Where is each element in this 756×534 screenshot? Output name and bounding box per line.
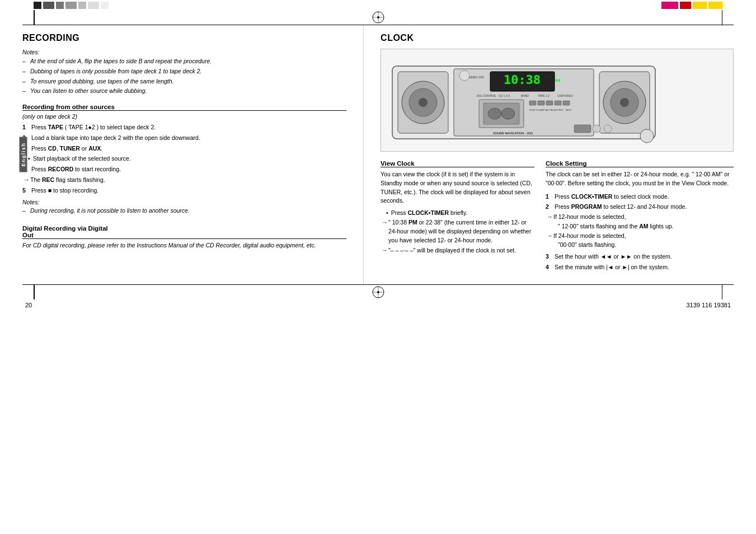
footer: 20 3139 116 19381 — [0, 299, 756, 313]
clock-title: CLOCK — [381, 33, 734, 43]
svg-text:JOG CONTROL: JOG CONTROL — [476, 94, 496, 97]
step-text-4: Press RECORD to start recording. — [31, 165, 121, 174]
clock-arrow-2a-text: If 12-hour mode is selected, — [553, 213, 626, 220]
view-clock-arrow-2: → "– – –·– –" will be displayed if the c… — [381, 246, 534, 255]
svg-point-27 — [501, 108, 515, 119]
svg-text:TAPE 1·2: TAPE 1·2 — [538, 94, 550, 97]
clock-step-num-4: 4 — [546, 263, 555, 272]
step-num-1: 1 — [22, 123, 31, 132]
bullet-icon-clock: • — [386, 209, 388, 216]
arrow-icon-2a: → — [547, 213, 553, 222]
vline-right-top — [722, 10, 723, 25]
step-text-1: Press TAPE ( TAPE 1●2 ) to select tape d… — [31, 123, 156, 132]
step-4: 4 Press RECORD to start recording. — [22, 165, 346, 174]
color-block-r2 — [680, 2, 691, 9]
color-block-r4 — [708, 2, 722, 9]
arrow-icon-2b: → — [547, 232, 553, 241]
note-item: At the end of side A, flip the tapes to … — [22, 57, 346, 66]
step-3-bullet: • Start playback of the selected source. — [22, 154, 346, 163]
recording-other-subnote: (only on tape deck 2) — [22, 113, 346, 120]
clock-step-num-3: 3 — [546, 252, 555, 261]
svg-text:NEXT: NEXT — [566, 109, 572, 111]
clock-arrow-2b-indent-text: "00·00" starts flashing. — [558, 241, 616, 248]
clock-step-text-3: Set the hour with ◄◄ or ►► on the system… — [555, 252, 672, 261]
clock-sections: View Clock You can view the clock (if it… — [381, 160, 734, 273]
step-text-3: Press CD, TUNER or AUX. — [31, 144, 102, 153]
compass-bottom — [372, 286, 384, 299]
step-3-bullet-text: Start playback of the selected source. — [33, 154, 131, 163]
notes-label: Notes: — [22, 49, 346, 55]
vline-left-top — [34, 10, 35, 25]
recording-section: RECORDING Notes: At the end of side A, f… — [22, 25, 364, 284]
page-code: 3139 116 19381 — [686, 302, 731, 308]
svg-rect-18 — [459, 71, 469, 81]
view-clock-bullet: • Press CLOCK•TIMER briefly. — [381, 209, 534, 216]
view-clock-divider: View Clock — [381, 160, 534, 167]
svg-point-26 — [488, 108, 501, 119]
svg-point-40 — [593, 125, 600, 133]
view-clock-title: View Clock — [381, 160, 415, 167]
page-number: 20 — [25, 302, 32, 308]
view-clock-arrow-2-text: "– – –·– –" will be displayed if the clo… — [388, 247, 516, 254]
clock-setting-intro: The clock can be set in either 12- or 24… — [546, 170, 734, 188]
svg-text:CD 1·2·3: CD 1·2·3 — [499, 94, 510, 97]
bullet-icon-3: • — [28, 154, 30, 163]
digital-recording-divider: Digital Recording via DigitalOut — [22, 225, 346, 239]
note-during-text: During recording, it is not possible to … — [30, 207, 190, 214]
clock-step-4: 4 Set the minute with |◄ or ►| on the sy… — [546, 263, 734, 272]
step-2: 2 Load a blank tape into tape deck 2 wit… — [22, 133, 346, 143]
clock-step-text-4: Set the minute with |◄ or ►| on the syst… — [555, 263, 669, 272]
svg-text:AM: AM — [555, 78, 561, 82]
page: English RECORDING Notes: At the end of s… — [0, 0, 756, 534]
clock-step-num-2: 2 — [546, 202, 555, 212]
svg-rect-29 — [538, 101, 544, 105]
view-clock-text: You can view the clock (if it is set) if… — [381, 170, 534, 205]
clock-setting-divider: Clock Setting — [546, 160, 734, 167]
svg-rect-30 — [546, 101, 553, 105]
clock-step-2: 2 Press PROGRAM to select 12- and 24-hou… — [546, 202, 734, 212]
step-num-5: 5 — [22, 186, 31, 195]
color-block-4 — [65, 2, 77, 9]
color-block-5 — [78, 2, 86, 9]
color-block-6 — [88, 2, 99, 9]
recording-other-title: Recording from other sources — [22, 104, 115, 110]
step-4-arrow-text: The REC flag starts flashing. — [30, 175, 105, 185]
svg-text:PREV: PREV — [557, 109, 564, 111]
clock-step-num-1: 1 — [546, 192, 555, 202]
svg-point-8 — [419, 98, 428, 107]
color-block-r1 — [661, 2, 678, 9]
svg-rect-28 — [529, 101, 536, 105]
view-clock-subsection: View Clock You can view the clock (if it… — [381, 160, 534, 273]
svg-point-38 — [640, 129, 654, 143]
clock-step-text-2: Press PROGRAM to select 12- and 24-hour … — [555, 202, 687, 212]
recording-other-divider: Recording from other sources — [22, 104, 346, 111]
boombox-svg: 10:38 AM STANDBY·ON JOG CONTROL CD 1·2·3… — [389, 55, 658, 144]
note-item: To ensure good dubbing, use tapes of the… — [22, 77, 346, 86]
compass-top — [372, 11, 384, 25]
color-block-7 — [101, 2, 109, 9]
boombox-image: 10:38 AM STANDBY·ON JOG CONTROL CD 1·2·3… — [381, 49, 734, 152]
view-clock-bullet-text: Press CLOCK•TIMER briefly. — [391, 209, 468, 216]
notes-2-label: Notes: — [22, 199, 346, 205]
clock-step-text-1: Press CLOCK•TIMER to select clock mode. — [555, 192, 669, 202]
clock-arrow-2a-indent-text: " 12·00" starts flashing and the AM ligh… — [558, 223, 674, 229]
clock-setting-subsection: Clock Setting The clock can be set in ei… — [546, 160, 734, 273]
svg-text:STOP·CLEAR: STOP·CLEAR — [529, 109, 543, 111]
notes-list: At the end of side A, flip the tapes to … — [22, 57, 346, 96]
arrow-icon-2: → — [382, 246, 388, 255]
clock-setting-steps: 1 Press CLOCK•TIMER to select clock mode… — [546, 192, 734, 272]
color-block-2 — [43, 2, 54, 9]
vline-right-bottom — [722, 285, 723, 299]
color-block-r3 — [693, 2, 707, 9]
arrow-icon-1: → — [382, 218, 388, 227]
clock-section: CLOCK — [364, 25, 734, 284]
svg-text:CDR/VIDEO: CDR/VIDEO — [557, 94, 573, 97]
view-clock-arrow-1-text: " 10:38 PM or 22·38" (the current time i… — [388, 219, 531, 243]
clock-step-1: 1 Press CLOCK•TIMER to select clock mode… — [546, 192, 734, 202]
arrow-icon-4: → — [24, 175, 30, 185]
recording-steps: 1 Press TAPE ( TAPE 1●2 ) to select tape… — [22, 123, 346, 195]
note-during-recording: – During recording, it is not possible t… — [22, 207, 346, 216]
clock-setting-title: Clock Setting — [546, 160, 586, 167]
clock-arrow-2b-indent: "00·00" starts flashing. — [546, 241, 734, 250]
color-block-3 — [56, 2, 64, 9]
